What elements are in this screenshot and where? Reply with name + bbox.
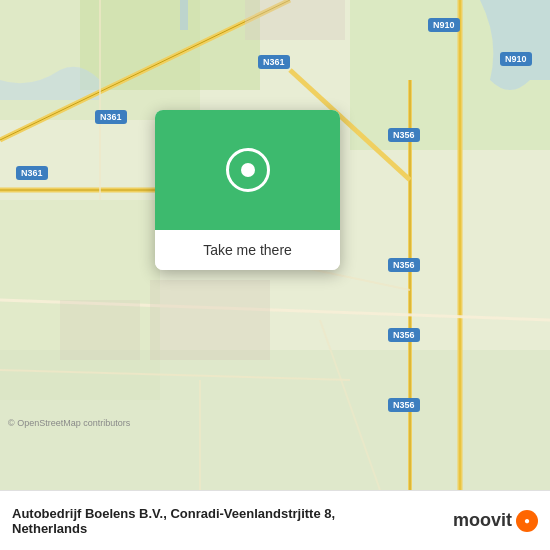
road-label-n361-2: N361 <box>95 110 127 124</box>
road-label-n910-1: N910 <box>428 18 460 32</box>
road-label-n356-2: N356 <box>388 258 420 272</box>
moovit-logo: moovit ● <box>453 510 538 532</box>
location-popup: Take me there <box>155 110 340 270</box>
take-me-there-button[interactable]: Take me there <box>155 230 340 270</box>
road-label-n356-3: N356 <box>388 328 420 342</box>
map-container: N910 N910 N361 N361 N361 N356 N356 N356 … <box>0 0 550 490</box>
moovit-text: moovit <box>453 510 512 531</box>
business-name: Autobedrijf Boelens B.V., Conradi-Veenla… <box>12 506 453 536</box>
svg-rect-24 <box>60 300 140 360</box>
road-label-n361-3: N361 <box>16 166 48 180</box>
svg-rect-22 <box>245 0 345 40</box>
road-label-n356-1: N356 <box>388 128 420 142</box>
osm-credit: © OpenStreetMap contributors <box>8 418 130 428</box>
svg-rect-2 <box>80 0 260 90</box>
popup-green-header <box>155 110 340 230</box>
info-bar: Autobedrijf Boelens B.V., Conradi-Veenla… <box>0 490 550 550</box>
road-label-n910-2: N910 <box>500 52 532 66</box>
road-label-n356-4: N356 <box>388 398 420 412</box>
road-label-n361-1: N361 <box>258 55 290 69</box>
business-info: Autobedrijf Boelens B.V., Conradi-Veenla… <box>12 506 453 536</box>
pin-center <box>241 163 255 177</box>
moovit-dot: ● <box>516 510 538 532</box>
svg-rect-23 <box>150 280 270 360</box>
svg-rect-6 <box>180 0 188 30</box>
location-pin <box>226 148 270 192</box>
